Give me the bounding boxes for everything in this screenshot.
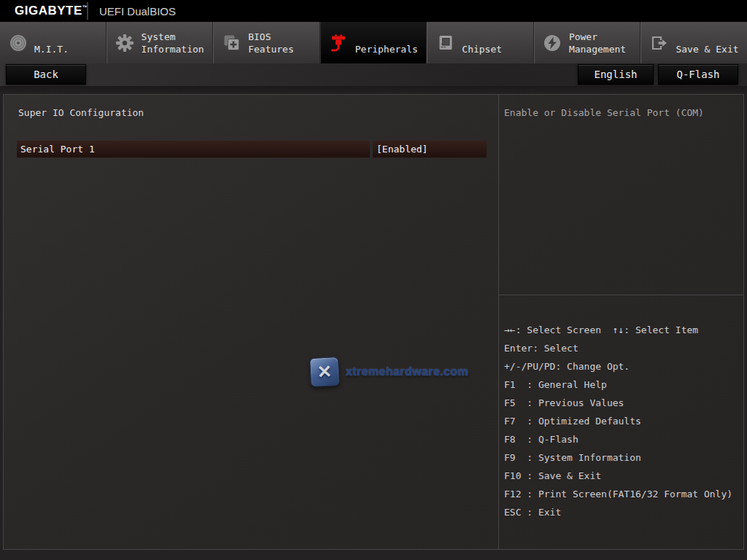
tab-bar: M.I.T. System Information xyxy=(0,22,747,63)
dial-icon xyxy=(8,33,28,52)
bottom-strip xyxy=(0,550,747,560)
key-legend-line: F5 : Previous Values xyxy=(504,394,732,412)
watermark-text: xtremehardware.com xyxy=(346,365,468,378)
key-legend-line: Enter: Select xyxy=(504,339,732,357)
item-help-description: Enable or Disable Serial Port (COM) xyxy=(504,107,739,118)
help-panel-divider xyxy=(499,295,743,295)
top-bar: GIGABYTE™ UEFI DualBIOS xyxy=(0,0,747,22)
key-legend-line: F1 : General Help xyxy=(504,376,732,394)
key-legend-line: F12 : Print Screen(FAT16/32 Format Only) xyxy=(504,485,732,503)
tab-mit[interactable]: M.I.T. xyxy=(0,22,107,63)
uefi-title: UEFI DualBIOS xyxy=(99,5,176,18)
tab-chipset[interactable]: Chipset xyxy=(427,22,534,63)
chipset-icon xyxy=(436,33,455,52)
setting-serial-port-1-value[interactable]: [Enabled] xyxy=(373,141,487,158)
header-divider xyxy=(87,2,88,20)
key-legend-line: ESC : Exit xyxy=(504,503,732,521)
key-legend-line: F10 : Save & Exit xyxy=(504,467,732,485)
key-legend-line: +/-/PU/PD: Change Opt. xyxy=(504,357,732,376)
power-icon xyxy=(543,33,562,52)
section-title: Super IO Configuration xyxy=(18,107,144,118)
key-legend-line: →←: Select Screen ↑↓: Select Item xyxy=(504,321,732,339)
tab-save-exit[interactable]: Save & Exit xyxy=(640,22,747,63)
tab-system-information[interactable]: System Information xyxy=(107,22,214,63)
save-exit-icon xyxy=(649,33,669,52)
toolbar: Back English Q-Flash xyxy=(0,63,747,86)
key-legend-line: F9 : System Information xyxy=(504,448,732,467)
watermark: ✕ xtremehardware.com xyxy=(310,357,468,386)
tab-bios-features[interactable]: BIOS Features xyxy=(213,22,320,63)
back-button[interactable]: Back xyxy=(6,64,86,85)
qflash-button[interactable]: Q-Flash xyxy=(658,64,738,85)
language-button[interactable]: English xyxy=(578,64,654,85)
setting-serial-port-1[interactable]: Serial Port 1 xyxy=(17,141,370,158)
main-panel: Super IO Configuration Serial Port 1 [En… xyxy=(3,94,744,550)
bios-features-icon xyxy=(222,33,241,52)
bios-screen: GIGABYTE™ UEFI DualBIOS M.I.T. xyxy=(0,0,747,560)
gigabyte-logo: GIGABYTE™ xyxy=(15,4,88,18)
toolbar-shadow xyxy=(0,86,747,94)
gear-icon xyxy=(115,33,135,52)
peripherals-icon xyxy=(329,33,349,52)
key-legend-line: F8 : Q-Flash xyxy=(504,430,732,448)
key-legend-line: F7 : Optimized Defaults xyxy=(504,412,732,430)
key-legend: →←: Select Screen ↑↓: Select Item Enter:… xyxy=(504,321,732,521)
tab-peripherals[interactable]: Peripherals xyxy=(320,22,427,63)
help-panel: Enable or Disable Serial Port (COM) →←: … xyxy=(498,95,743,549)
watermark-x-icon: ✕ xyxy=(309,357,340,387)
tab-power-management[interactable]: Power Management xyxy=(534,22,641,63)
